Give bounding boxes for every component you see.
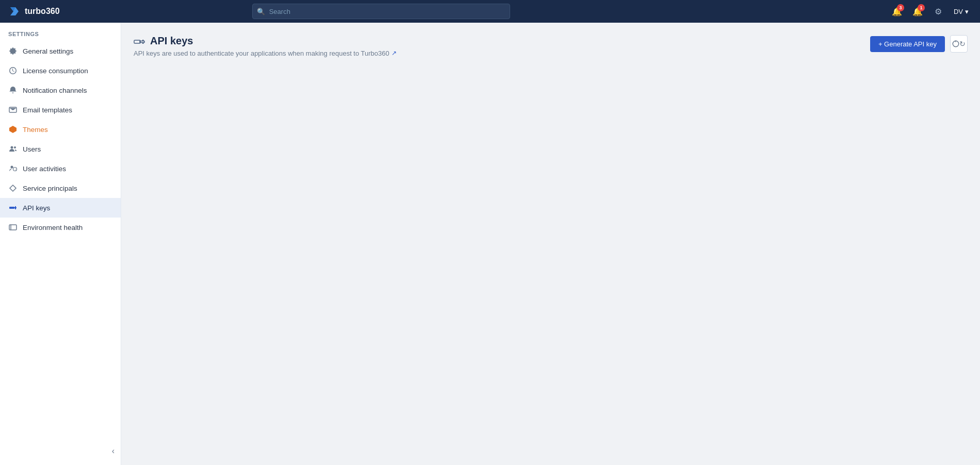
svg-rect-14 [9, 225, 17, 230]
sidebar-item-label: Service principals [23, 185, 77, 192]
sidebar-item-notification-channels[interactable]: Notification channels [0, 80, 121, 100]
sidebar-item-label: Themes [23, 126, 48, 134]
users-icon [8, 144, 18, 154]
sidebar-item-label: General settings [23, 47, 73, 55]
sidebar-item-general-settings[interactable]: General settings [0, 41, 121, 61]
sidebar-item-environment-health[interactable]: Environment health [0, 218, 121, 237]
sidebar-item-user-activities[interactable]: User activities [0, 159, 121, 178]
notifications-badge: 3 [897, 4, 904, 11]
svg-rect-19 [142, 42, 144, 44]
sidebar-item-license-consumption[interactable]: License consumption [0, 61, 121, 80]
main-content: API keys API keys are used to authentica… [121, 23, 980, 465]
sidebar-item-api-keys[interactable]: API keys [0, 198, 121, 218]
settings-button[interactable]: ⚙ [930, 3, 946, 20]
brand-logo-icon [8, 5, 21, 18]
brand-name: turbo360 [25, 7, 60, 16]
themes-icon [8, 125, 18, 134]
general-settings-icon [8, 46, 18, 56]
user-menu-button[interactable]: DV ▾ [951, 6, 972, 18]
collapse-icon: ‹ [112, 446, 115, 456]
sidebar-item-themes[interactable]: Themes [0, 120, 121, 139]
sidebar-item-label: Email templates [23, 106, 72, 114]
api-keys-icon [8, 203, 18, 212]
user-initials: DV [954, 8, 963, 15]
user-activities-icon [8, 164, 18, 173]
svg-rect-16 [134, 40, 140, 43]
navbar-actions: 🔔 3 🔔 1 ⚙ DV ▾ [889, 3, 972, 20]
refresh-icon [952, 40, 959, 47]
service-principals-icon [8, 184, 18, 193]
svg-point-5 [11, 146, 13, 149]
search-input[interactable] [252, 4, 510, 19]
page-actions: + Generate API key ↻ [870, 35, 968, 53]
page-title-section: API keys API keys are used to authentica… [134, 35, 397, 57]
svg-point-6 [14, 146, 16, 148]
search-icon: 🔍 [257, 8, 265, 15]
sidebar: SETTINGS General settings License consum… [0, 23, 121, 465]
license-consumption-icon [8, 66, 18, 75]
notifications-button[interactable]: 🔔 3 [889, 3, 905, 20]
navbar: turbo360 🔍 🔔 3 🔔 1 ⚙ DV ▾ [0, 0, 980, 23]
svg-rect-18 [142, 40, 144, 41]
sidebar-item-label: Environment health [23, 224, 83, 231]
email-templates-icon [8, 105, 18, 114]
svg-point-7 [11, 166, 13, 169]
sidebar-item-label: License consumption [23, 67, 88, 75]
sidebar-item-label: Users [23, 145, 41, 153]
svg-rect-11 [14, 207, 17, 208]
search-container: 🔍 [252, 4, 510, 19]
sidebar-item-label: API keys [23, 204, 50, 212]
page-subtitle: API keys are used to authenticate your a… [134, 49, 397, 57]
page-title: API keys [134, 35, 397, 47]
refresh-button[interactable]: ↻ [950, 35, 968, 53]
page-header: API keys API keys are used to authentica… [134, 35, 968, 57]
environment-health-icon [8, 223, 18, 232]
svg-rect-12 [15, 206, 16, 207]
page-title-icon [134, 35, 145, 47]
svg-marker-9 [10, 185, 16, 191]
alerts-button[interactable]: 🔔 1 [909, 3, 926, 20]
sidebar-section-label: SETTINGS [0, 23, 121, 41]
sidebar-collapse-button[interactable]: ‹ [0, 441, 121, 461]
sidebar-item-label: Notification channels [23, 87, 87, 94]
alerts-badge: 1 [918, 4, 925, 11]
sidebar-item-users[interactable]: Users [0, 139, 121, 159]
user-chevron-icon: ▾ [965, 8, 969, 15]
external-link-icon: ↗ [391, 49, 397, 57]
svg-rect-13 [15, 208, 16, 209]
sidebar-item-email-templates[interactable]: Email templates [0, 100, 121, 120]
svg-marker-4 [9, 126, 17, 133]
sidebar-item-service-principals[interactable]: Service principals [0, 178, 121, 198]
notification-channels-icon [8, 86, 18, 95]
layout: SETTINGS General settings License consum… [0, 23, 980, 465]
generate-api-key-button[interactable]: + Generate API key [870, 36, 945, 52]
svg-rect-10 [9, 207, 14, 209]
sidebar-item-label: User activities [23, 165, 66, 173]
brand: turbo360 [8, 5, 60, 18]
